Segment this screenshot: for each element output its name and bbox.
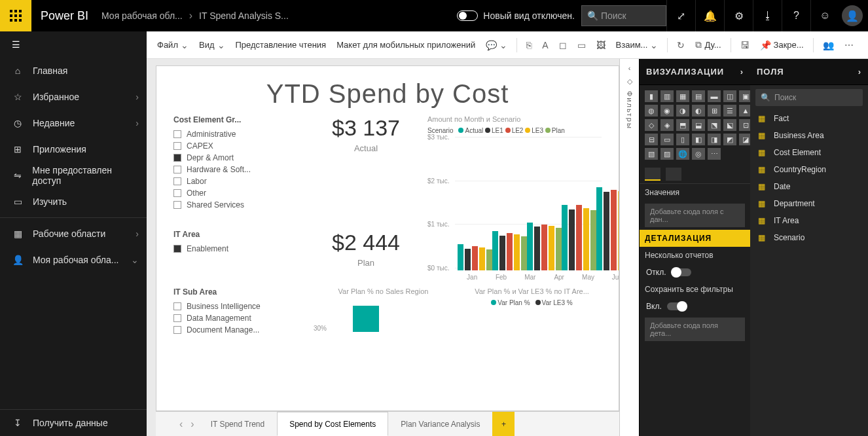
page-tab[interactable]: Plan Variance Analysis <box>388 412 492 436</box>
viz-type-icon[interactable]: ▭ <box>660 134 674 145</box>
viz-type-icon[interactable]: ◈ <box>660 119 674 131</box>
app-launcher[interactable] <box>0 0 31 31</box>
values-drop-well[interactable]: Добавьте сюда поля с дан... <box>645 204 745 227</box>
pin-button[interactable]: 📌Закре... <box>756 37 808 53</box>
page-tab[interactable]: Spend by Cost Elements <box>277 412 388 436</box>
viz-type-icon[interactable]: ⋯ <box>708 148 721 160</box>
viz-type-icon[interactable]: ☰ <box>723 105 736 117</box>
field-table[interactable]: ▦Date <box>750 178 868 195</box>
field-table[interactable]: ▦CountryRegion <box>750 161 868 178</box>
slicer-item[interactable]: Other <box>173 187 304 199</box>
viz-type-icon[interactable]: ◨ <box>708 134 721 145</box>
viz-type-icon[interactable]: ⊞ <box>708 105 721 117</box>
viz-type-icon[interactable]: ◧ <box>692 134 705 145</box>
cost-element-slicer[interactable]: Cost Element Gr... AdministrativeCAPEXDe… <box>173 115 304 225</box>
buttons-button[interactable]: ▭ <box>573 37 590 53</box>
drill-drop-well[interactable]: Добавьте сюда поля дета... <box>645 318 745 341</box>
duplicate-button[interactable]: ⧉Ду... <box>691 37 725 53</box>
viz-type-icon[interactable]: ◉ <box>660 105 674 117</box>
it-area-slicer[interactable]: IT Area Enablement <box>173 230 304 282</box>
sidebar-my-workspace[interactable]: 👤 Моя рабочая обла... ⌄ <box>0 247 147 273</box>
slicer-item[interactable]: Hardware & Soft... <box>173 164 304 175</box>
sidebar-workspaces[interactable]: ▦ Рабочие области › <box>0 221 147 247</box>
amount-by-month-chart[interactable]: Amount по Month и Scenario Scenario Actu… <box>427 115 602 281</box>
fields-search[interactable]: 🔍 Поиск <box>755 89 863 106</box>
it-sub-area-slicer[interactable]: IT Sub Area Business IntelligenceData Ma… <box>173 287 304 336</box>
field-table[interactable]: ▦IT Area <box>750 212 868 229</box>
toggle-switch[interactable] <box>672 268 691 276</box>
field-table[interactable]: ▦Scenario <box>750 229 868 246</box>
viz-type-icon[interactable]: ◍ <box>645 105 658 117</box>
chevron-right-icon[interactable]: › <box>740 67 744 77</box>
viz-type-icon[interactable]: ◐ <box>692 105 705 117</box>
keep-filters-toggle[interactable]: Вкл. <box>640 298 750 315</box>
file-menu[interactable]: Файл ⌄ <box>153 37 192 53</box>
mobile-layout-button[interactable]: Макет для мобильных приложений <box>333 37 479 52</box>
viz-type-icon[interactable]: ▬ <box>708 90 721 102</box>
hamburger-icon[interactable]: ☰ <box>0 31 147 58</box>
refresh-button[interactable]: ↻ <box>673 37 689 53</box>
viz-type-icon[interactable]: ▧ <box>645 148 658 160</box>
viz-type-icon[interactable]: ⬕ <box>723 119 736 131</box>
settings-icon[interactable]: ⚙ <box>724 0 753 31</box>
global-search[interactable]: 🔍 Поиск <box>581 5 666 26</box>
reading-view-button[interactable]: Представление чтения <box>232 37 331 52</box>
text-button[interactable]: A <box>538 37 552 53</box>
viz-type-icon[interactable]: ⬒ <box>676 119 689 131</box>
page-tab[interactable]: IT Spend Trend <box>198 412 278 436</box>
tab-next[interactable]: › <box>187 418 198 430</box>
sidebar-item[interactable]: ☆Избранное› <box>0 84 147 110</box>
slicer-item[interactable]: Depr & Amort <box>173 152 304 164</box>
fullscreen-icon[interactable]: ⤢ <box>666 0 695 31</box>
copy-button[interactable]: ⎘ <box>522 37 535 53</box>
format-tab[interactable] <box>666 168 681 181</box>
viz-type-icon[interactable]: 🌐 <box>676 148 689 160</box>
save-button[interactable]: 🖫 <box>736 37 753 53</box>
sidebar-item[interactable]: ◷Недавние› <box>0 110 147 136</box>
viz-type-icon[interactable]: ▨ <box>660 148 674 160</box>
interactions-button[interactable]: Взаим...⌄ <box>612 37 662 53</box>
viz-type-icon[interactable]: ◎ <box>692 148 705 160</box>
user-avatar[interactable]: 👤 <box>842 5 863 26</box>
help-icon[interactable]: ? <box>782 0 810 31</box>
filters-pane-collapsed[interactable]: ‹ ◇ Фильтры <box>619 59 639 436</box>
chevron-right-icon[interactable]: › <box>858 67 861 77</box>
shapes-button[interactable]: ◻ <box>555 37 571 53</box>
var-plan-le3-chart[interactable]: Var Plan % и Var LE3 % по IT Are... Var … <box>462 287 602 336</box>
sidebar-item[interactable]: ⇋Мне предоставлен доступ <box>0 162 147 189</box>
slicer-item[interactable]: Document Manage... <box>173 324 304 336</box>
slicer-item[interactable]: Administrative <box>173 128 304 140</box>
viz-type-icon[interactable]: ▦ <box>676 90 689 102</box>
breadcrumb-report[interactable]: IT Spend Analysis S... <box>195 10 293 21</box>
notifications-icon[interactable]: 🔔 <box>695 0 724 31</box>
field-table[interactable]: ▦Cost Element <box>750 144 868 161</box>
sidebar-item[interactable]: ⊞Приложения <box>0 136 147 162</box>
more-button[interactable]: ⋯ <box>841 37 858 53</box>
toggle-switch[interactable] <box>667 302 687 310</box>
viz-type-icon[interactable]: ⬓ <box>692 119 705 131</box>
field-table[interactable]: ▦Business Area <box>750 127 868 144</box>
feedback-icon[interactable]: ☺ <box>810 0 839 31</box>
viz-type-icon[interactable]: ▯ <box>676 134 689 145</box>
viz-type-icon[interactable]: ▥ <box>660 90 674 102</box>
viz-type-icon[interactable]: ◇ <box>645 119 658 131</box>
sidebar-get-data[interactable]: ↧ Получить данные <box>0 410 147 436</box>
tab-prev[interactable]: ‹ <box>175 418 187 430</box>
download-icon[interactable]: ⭳ <box>753 0 782 31</box>
viz-type-icon[interactable]: ⬔ <box>708 119 721 131</box>
field-table[interactable]: ▦Fact <box>750 110 868 127</box>
sidebar-item[interactable]: ▭Изучить <box>0 189 147 215</box>
slicer-item[interactable]: CAPEX <box>173 140 304 152</box>
viz-type-icon[interactable]: ◑ <box>676 105 689 117</box>
viz-type-icon[interactable]: ◩ <box>723 134 736 145</box>
field-table[interactable]: ▦Department <box>750 195 868 212</box>
sidebar-item[interactable]: ⌂Главная <box>0 58 147 84</box>
chat-button[interactable]: 💬⌄ <box>482 37 511 53</box>
new-look-toggle[interactable] <box>457 10 478 21</box>
image-button[interactable]: 🖼 <box>592 37 609 53</box>
slicer-item[interactable]: Shared Services <box>173 199 304 211</box>
slicer-item[interactable]: Labor <box>173 175 304 187</box>
viz-type-icon[interactable]: ◫ <box>723 90 736 102</box>
viz-type-icon[interactable]: ⊟ <box>645 134 658 145</box>
breadcrumb-workspace[interactable]: Моя рабочая обл... <box>98 10 187 21</box>
